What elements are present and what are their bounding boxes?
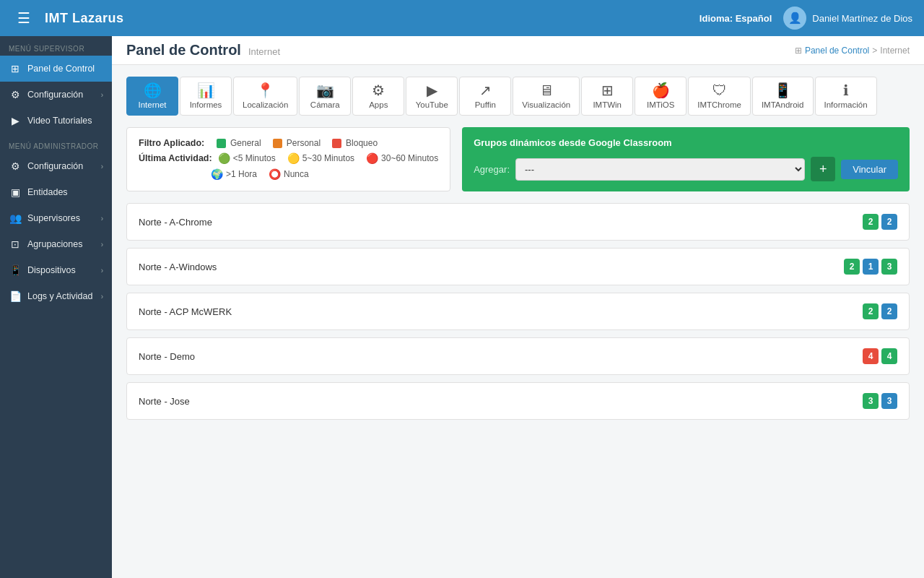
tab-label: YouTube	[416, 100, 448, 109]
user-info: 👤 Daniel Martínez de Dios	[783, 7, 912, 30]
breadcrumb-current: Internet	[880, 46, 910, 56]
badge: 1	[863, 259, 879, 275]
sidebar-item-entidades[interactable]: ▣ Entidades	[0, 179, 112, 205]
tab-localizacion[interactable]: 📍 Localización	[233, 77, 297, 116]
filter-personal-label: Personal	[287, 138, 321, 148]
group-row[interactable]: Norte - Demo 4 4	[126, 337, 910, 375]
agregar-select[interactable]: ---	[515, 158, 805, 181]
badge: 2	[863, 303, 879, 319]
sidebar-item-logs[interactable]: 📄 Logs y Actividad ›	[0, 283, 112, 309]
play-icon: ▶	[9, 115, 22, 126]
visualizacion-icon: 🖥	[539, 83, 554, 98]
informacion-icon: ℹ	[843, 83, 849, 98]
badge: 4	[881, 348, 897, 364]
sidebar-item-configuracion1[interactable]: ⚙ Configuración ›	[0, 82, 112, 108]
tab-visualizacion[interactable]: 🖥 Visualización	[513, 77, 580, 116]
tab-label: IMTChrome	[697, 100, 741, 109]
sidebar-item-label: Supervisores	[27, 213, 80, 223]
chevron-right-icon: ›	[101, 163, 103, 171]
activity-red-icon: 🔴	[366, 152, 378, 164]
apps-icon: ⚙	[372, 83, 385, 98]
hamburger-button[interactable]: ☰	[12, 7, 36, 30]
group-icon: ⊡	[9, 238, 22, 250]
tab-imtandroid[interactable]: 📱 IMTAndroid	[752, 77, 814, 116]
sidebar-item-agrupaciones[interactable]: ⊡ Agrupaciones ›	[0, 231, 112, 257]
sidebar-item-supervisores[interactable]: 👥 Supervisores ›	[0, 205, 112, 231]
sidebar: MENÚ SUPERVISOR ⊞ Panel de Control ⚙ Con…	[0, 36, 112, 578]
entity-icon: ▣	[9, 186, 22, 198]
activity-world-icon: 🌍	[211, 168, 223, 180]
tab-imtwin[interactable]: ⊞ IMTWin	[581, 77, 633, 116]
group-badges: 3 3	[863, 393, 897, 409]
tab-youtube[interactable]: ▶ YouTube	[406, 77, 458, 116]
sidebar-item-dispositivos[interactable]: 📱 Dispositivos ›	[0, 257, 112, 283]
group-name: Norte - A-Windows	[139, 262, 217, 272]
tab-label: IMTiOS	[647, 100, 675, 109]
page-title: Panel de Control	[126, 42, 241, 59]
sidebar-item-label: Panel de Control	[27, 64, 95, 74]
sidebar-item-panel[interactable]: ⊞ Panel de Control	[0, 56, 112, 82]
badge: 2	[881, 303, 897, 319]
group-badges: 2 1 3	[844, 259, 897, 275]
activity-30min: 🟡 5~30 Minutos	[287, 152, 354, 164]
sidebar-item-configuracion2[interactable]: ⚙ Configuración ›	[0, 153, 112, 179]
activity-1hora: 🌍 >1 Hora	[211, 168, 257, 180]
gear-icon: ⚙	[9, 160, 22, 172]
avatar: 👤	[783, 7, 806, 30]
tab-label: Cámara	[310, 100, 340, 109]
group-row[interactable]: Norte - A-Chrome 2 2	[126, 203, 910, 241]
badge: 3	[881, 259, 897, 275]
agregar-label: Agregar:	[474, 164, 510, 175]
activity-5min-label: <5 Minutos	[233, 153, 276, 163]
badge: 2	[863, 214, 879, 230]
sidebar-item-label: Agrupaciones	[27, 239, 82, 249]
tab-imtios[interactable]: 🍎 IMTiOS	[635, 77, 687, 116]
tab-label: Visualización	[522, 100, 570, 109]
badge: 3	[881, 393, 897, 409]
localizacion-icon: 📍	[256, 83, 274, 98]
tab-camara[interactable]: 📷 Cámara	[299, 77, 351, 116]
activity-5min: 🟢 <5 Minutos	[218, 152, 276, 164]
tab-puffin[interactable]: ↗ Puffin	[459, 77, 511, 116]
imtwin-icon: ⊞	[601, 83, 614, 98]
users-icon: 👥	[9, 212, 22, 224]
group-name: Norte - ACP McWERK	[139, 306, 232, 317]
tab-informacion[interactable]: ℹ Información	[815, 77, 877, 116]
actividad-label: Última Actividad:	[139, 153, 212, 163]
sidebar-item-video[interactable]: ▶ Video Tutoriales	[0, 108, 112, 134]
sidebar-section-supervisor: MENÚ SUPERVISOR	[0, 36, 112, 56]
add-button[interactable]: +	[811, 157, 835, 181]
chevron-right-icon: ›	[101, 267, 103, 275]
chevron-right-icon: ›	[101, 293, 103, 301]
group-name: Norte - Demo	[139, 351, 195, 362]
idioma-label: Idioma: Español	[699, 13, 772, 24]
group-row[interactable]: Norte - Jose 3 3	[126, 382, 910, 420]
tab-internet[interactable]: 🌐 Internet	[126, 77, 178, 116]
tab-informes[interactable]: 📊 Informes	[180, 77, 232, 116]
tab-label: Internet	[139, 100, 167, 109]
sidebar-item-label: Entidades	[27, 187, 68, 197]
puffin-icon: ↗	[479, 83, 492, 98]
classroom-title: Grupos dinámicos desde Google Classroom	[474, 137, 898, 148]
activity-nunca-label: Nunca	[284, 169, 309, 179]
youtube-icon: ▶	[427, 83, 437, 98]
activity-30min-label: 5~30 Minutos	[302, 153, 354, 163]
breadcrumb-home-link[interactable]: Panel de Control	[805, 46, 869, 56]
sidebar-section-admin: MENÚ ADMINISTRADOR	[0, 134, 112, 153]
groups-list: Norte - A-Chrome 2 2 Norte - A-Windows 2…	[126, 203, 910, 420]
tab-label: Puffin	[475, 100, 496, 109]
tab-apps[interactable]: ⚙ Apps	[352, 77, 404, 116]
activity-1hora-label: >1 Hora	[226, 169, 257, 179]
classroom-box: Grupos dinámicos desde Google Classroom …	[462, 127, 910, 191]
vincular-button[interactable]: Vincular	[841, 160, 898, 179]
filter-bloqueo: Bloqueo	[332, 138, 378, 148]
camara-icon: 📷	[316, 83, 334, 98]
group-row[interactable]: Norte - A-Windows 2 1 3	[126, 248, 910, 285]
activity-green-icon: 🟢	[218, 152, 230, 164]
grid-icon: ⊞	[9, 63, 22, 74]
top-navbar: ☰ IMT Lazarus Idioma: Español 👤 Daniel M…	[0, 0, 924, 36]
tab-imtchrome[interactable]: 🛡 IMTChrome	[688, 77, 751, 116]
group-row[interactable]: Norte - ACP McWERK 2 2	[126, 293, 910, 330]
informes-icon: 📊	[197, 83, 215, 98]
group-badges: 2 2	[863, 303, 897, 319]
